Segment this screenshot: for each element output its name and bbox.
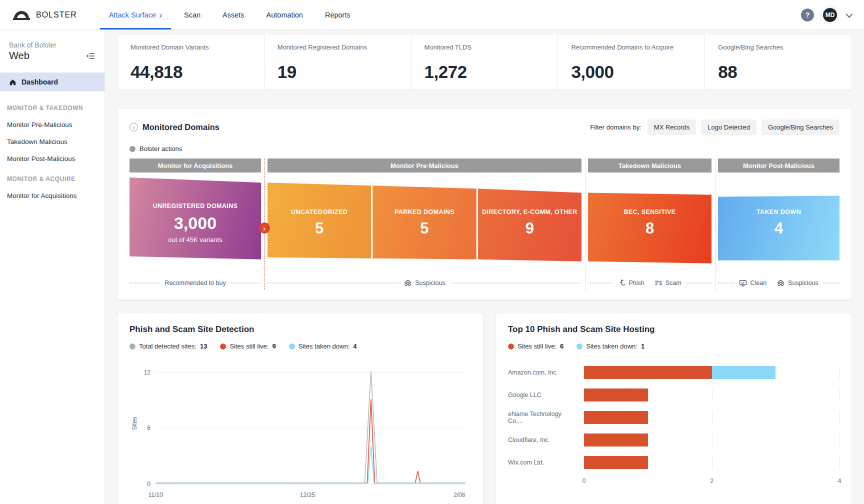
funnel-header-acquisitions: Monitor for Acquisitions — [130, 158, 261, 172]
legend-label: Total detected sites: — [139, 342, 196, 350]
top-hosting-card: Top 10 Phish and Scam Site Hosting Sites… — [496, 313, 852, 504]
bar-sites-taken-down — [712, 366, 776, 379]
funnel-segment-parked-domains[interactable]: PARKED DOMAINS 5 — [372, 172, 476, 274]
bar-row-label: Amazon.com, Inc. — [508, 369, 584, 376]
svg-text:12/25: 12/25 — [300, 492, 315, 498]
footer-label-suspicious: Suspicious — [415, 280, 445, 286]
legend-dot — [576, 344, 582, 350]
bar-row: Amazon.com, Inc. — [508, 361, 840, 384]
funnel-segment-taken-down[interactable]: TAKEN DOWN 4 — [718, 172, 840, 274]
nav-item-reports[interactable]: Reports — [316, 0, 360, 30]
sidebar-item-takedown-malicious[interactable]: Takedown Malicious — [0, 128, 104, 146]
gridline — [840, 388, 840, 402]
stat-google-bing-searches: Google/Bing Searches 88 — [705, 34, 852, 90]
gridline — [840, 411, 840, 424]
footer-label-clean: Clean — [750, 280, 766, 286]
avatar[interactable]: MD — [822, 7, 838, 23]
filter-logo-detected-button[interactable]: Logo Detected — [701, 120, 756, 135]
bolster-actions-label: Bolster actions — [140, 145, 182, 152]
footer-label-scam: Scam — [666, 280, 682, 286]
stat-value: 3,000 — [571, 62, 704, 82]
clean-icon — [739, 280, 747, 287]
dotted-leader — [130, 282, 160, 284]
dotted-leader — [231, 282, 261, 284]
stat-value: 19 — [278, 62, 411, 82]
nav-item-automation[interactable]: Automation — [258, 0, 312, 30]
suspicious-icon — [776, 280, 785, 287]
sidebar-heading-monitor-takedown: MONITOR & TAKEDOWN — [0, 92, 104, 112]
chevron-down-icon[interactable] — [846, 10, 852, 18]
segment-subtitle: out of 45K variants — [168, 236, 222, 244]
detection-chart-title: Phish and Scam Site Detection — [130, 324, 471, 334]
segment-value: 5 — [315, 220, 324, 238]
funnel-next-arrow-icon[interactable]: › — [259, 222, 270, 234]
domains-funnel: Monitor for Acquisitions UNREGISTERED DO… — [130, 158, 840, 290]
bar-row: Cloudflare, Inc. — [508, 428, 840, 451]
hosting-chart-title: Top 10 Phish and Scam Site Hosting — [508, 324, 840, 334]
legend-sites-taken-down: Sites taken down:4 — [289, 342, 357, 350]
brand[interactable]: BOLSTER — [0, 0, 91, 30]
info-icon[interactable]: i — [130, 123, 138, 132]
phish-icon — [618, 280, 626, 287]
sidebar-item-monitor-post-malicious[interactable]: Monitor Post-Malicious — [0, 146, 104, 162]
gridline — [712, 434, 712, 446]
bolster-logo-icon — [13, 10, 30, 20]
stat-recommended-domains: Recommended Domains to Acquire 3,000 — [558, 34, 705, 90]
svg-text:6: 6 — [147, 424, 150, 432]
gridline — [712, 456, 712, 469]
footer-label-suspicious-post: Suspicious — [788, 280, 818, 286]
stat-label: Recommended Domains to Acquire — [571, 44, 704, 51]
funnel-segment-unregistered-domains[interactable]: UNREGISTERED DOMAINS 3,000 out of 45K va… — [130, 172, 261, 274]
legend-sites-still-live: Sites still live:6 — [508, 342, 564, 350]
footer-label-phish: Phish — [628, 280, 644, 286]
stat-label: Google/Bing Searches — [718, 44, 852, 51]
x-tick-label: 0 — [582, 478, 586, 484]
bar-row: Google LLC — [508, 384, 840, 406]
gridline — [712, 411, 712, 424]
bar-row: eName Technology Co.... — [508, 406, 840, 428]
nav-item-attack-surface[interactable]: Attack Surface › — [100, 0, 171, 30]
segment-title: PARKED DOMAINS — [394, 208, 454, 216]
funnel-segment-directory-ecomm-other[interactable]: DIRECTORY, E-COMM, OTHER 9 — [478, 172, 582, 274]
legend-label: Sites taken down: — [298, 342, 350, 350]
sidebar-item-dashboard[interactable]: Dashboard — [0, 72, 104, 92]
sidebar-item-monitor-pre-malicious[interactable]: Monitor Pre-Malicious — [0, 112, 104, 128]
filter-mx-records-button[interactable]: MX Records — [648, 120, 696, 135]
series-total-detected-sites — [156, 372, 466, 483]
nav-item-assets[interactable]: Assets — [214, 0, 254, 30]
legend-value: 6 — [560, 342, 564, 350]
segment-title: TAKEN DOWN — [756, 208, 801, 216]
bar-row: Wix.com Ltd. — [508, 451, 840, 474]
dotted-leader — [824, 282, 840, 284]
collapse-sidebar-icon[interactable] — [86, 52, 96, 60]
bar-sites-still-live — [584, 366, 712, 379]
sidebar-heading-monitor-acquire: MONITOR & ACQUIRE — [0, 162, 104, 182]
stat-label: Monitored Registered Domains — [278, 44, 411, 51]
legend-sites-still-live: Sites still live:9 — [220, 342, 276, 350]
chevron-right-icon: › — [159, 10, 162, 20]
bar-row-label: Cloudflare, Inc. — [508, 436, 584, 444]
funnel-segment-bec-sensitive[interactable]: BEC, SENSITIVE 8 — [588, 172, 712, 274]
dashed-separator — [715, 158, 716, 290]
stat-value: 44,818 — [130, 62, 264, 82]
nav-item-label: Scan — [184, 11, 200, 19]
series-sites-still-live — [156, 399, 466, 483]
stat-monitored-domain-variants: Monitored Domain Variants 44,818 — [118, 34, 264, 90]
dotted-leader — [450, 282, 582, 284]
stat-label: Monitored Domain Variants — [130, 44, 264, 51]
filter-label: Filter domains by: — [590, 124, 642, 131]
stat-monitored-tlds: Monitored TLDS 1,272 — [412, 34, 558, 90]
sidebar-item-monitor-for-acquisitions[interactable]: Monitor for Acquisitions — [0, 182, 104, 200]
filter-google-bing-button[interactable]: Google/Bing Searches — [762, 120, 840, 135]
hosting-bar-chart: Amazon.com, Inc.Google LLCeName Technolo… — [508, 361, 840, 488]
legend-sites-taken-down: Sites taken down:1 — [576, 342, 644, 350]
funnel-segment-uncategorized[interactable]: UNCATEGORIZED 5 — [268, 172, 371, 274]
legend-dot — [508, 344, 514, 350]
legend-value: 9 — [272, 342, 276, 350]
bar-row-label: Google LLC — [508, 392, 584, 398]
nav-item-scan[interactable]: Scan — [175, 0, 210, 30]
x-tick-label: 4 — [838, 478, 842, 484]
legend-value: 4 — [353, 342, 356, 350]
legend-label: Sites still live: — [230, 342, 268, 350]
help-icon[interactable]: ? — [801, 8, 814, 22]
